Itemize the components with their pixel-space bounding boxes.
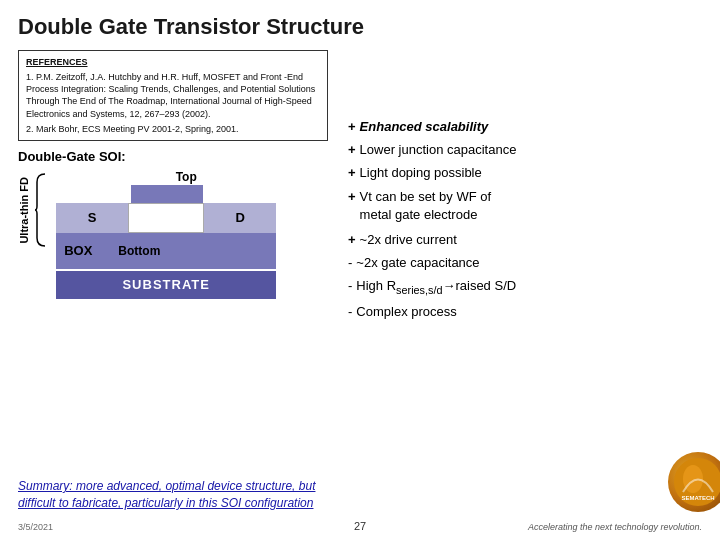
bullet-symbol-8: -	[348, 303, 352, 321]
bullet-8: - Complex process	[348, 303, 702, 321]
sematech-logo: SEMATECH	[668, 452, 720, 512]
bullet-text-8: Complex process	[356, 303, 456, 321]
bullet-symbol-2: +	[348, 141, 356, 159]
dg-soi-label: Double-Gate SOI:	[18, 149, 328, 164]
bullet-3: + Light doping possible	[348, 164, 702, 182]
references-box: REFERENCES 1. P.M. Zeitzoff, J.A. Hutchb…	[18, 50, 328, 141]
reference-2: 2. Mark Bohr, ECS Meeting PV 2001-2, Spr…	[26, 123, 320, 135]
bottom-label: Bottom	[118, 244, 160, 258]
bullet-text-1: Enhanced scalability	[360, 118, 489, 136]
transistor-wrapper: Ultra-thin FD Top	[18, 170, 328, 299]
bullet-text-5: ~2x drive current	[360, 231, 457, 249]
bullet-symbol-7: -	[348, 277, 352, 295]
bullet-5: + ~2x drive current	[348, 231, 702, 249]
right-column: + Enhanced scalability + Lower junction …	[338, 50, 702, 326]
bullet-symbol-6: -	[348, 254, 352, 272]
channel-block	[128, 203, 204, 233]
ultra-thin-label: Ultra-thin FD	[18, 177, 31, 244]
drain-block: D	[204, 203, 276, 233]
content-row: REFERENCES 1. P.M. Zeitzoff, J.A. Hutchb…	[18, 50, 702, 326]
substrate-label: SUBSTRATE	[122, 277, 209, 292]
page-title: Double Gate Transistor Structure	[18, 14, 702, 40]
bullet-symbol-1: +	[348, 118, 356, 136]
box-row: BOX Bottom	[56, 233, 276, 269]
reference-1: 1. P.M. Zeitzoff, J.A. Hutchby and H.R. …	[26, 71, 320, 120]
box-label: BOX	[64, 243, 92, 258]
bullet-4: + Vt can be set by WF ofmetal gate elect…	[348, 188, 702, 224]
bullet-7: - High Rseries,s/d→raised S/D	[348, 277, 702, 298]
source-block: S	[56, 203, 128, 233]
bullet-symbol-5: +	[348, 231, 356, 249]
bullet-1: + Enhanced scalability	[348, 118, 702, 136]
scd-row: S D	[56, 203, 276, 233]
footer-tagline: Accelerating the next technology revolut…	[528, 522, 702, 532]
summary-text: Summary: more advanced, optimal device s…	[18, 478, 318, 512]
bullet-text-2: Lower junction capacitance	[360, 141, 517, 159]
transistor-diagram: Top S D	[51, 170, 281, 299]
svg-text:SEMATECH: SEMATECH	[681, 495, 714, 501]
bullet-2: + Lower junction capacitance	[348, 141, 702, 159]
bullet-symbol-4: +	[348, 188, 356, 206]
sematech-logo-icon: SEMATECH	[673, 457, 720, 507]
substrate-block: SUBSTRATE	[56, 271, 276, 299]
page: Double Gate Transistor Structure REFEREN…	[0, 0, 720, 540]
left-brace-area: Ultra-thin FD	[18, 170, 47, 250]
page-number: 27	[354, 520, 366, 532]
top-gate-label: Top	[176, 170, 197, 184]
bullet-text-6: ~2x gate capacitance	[356, 254, 479, 272]
bullet-text-4: Vt can be set by WF ofmetal gate electro…	[360, 188, 492, 224]
date-label: 3/5/2021	[18, 522, 53, 532]
top-gate-block	[131, 185, 203, 203]
left-column: REFERENCES 1. P.M. Zeitzoff, J.A. Hutchb…	[18, 50, 328, 326]
bullet-text-3: Light doping possible	[360, 164, 482, 182]
sematech-circle-icon: SEMATECH	[668, 452, 720, 512]
top-gate-row	[56, 185, 276, 203]
references-title: REFERENCES	[26, 56, 320, 68]
bullet-text-7: High Rseries,s/d→raised S/D	[356, 277, 516, 298]
curly-brace-icon	[33, 170, 47, 250]
bottom-row: Summary: more advanced, optimal device s…	[18, 452, 720, 512]
bullet-symbol-3: +	[348, 164, 356, 182]
bullet-6: - ~2x gate capacitance	[348, 254, 702, 272]
